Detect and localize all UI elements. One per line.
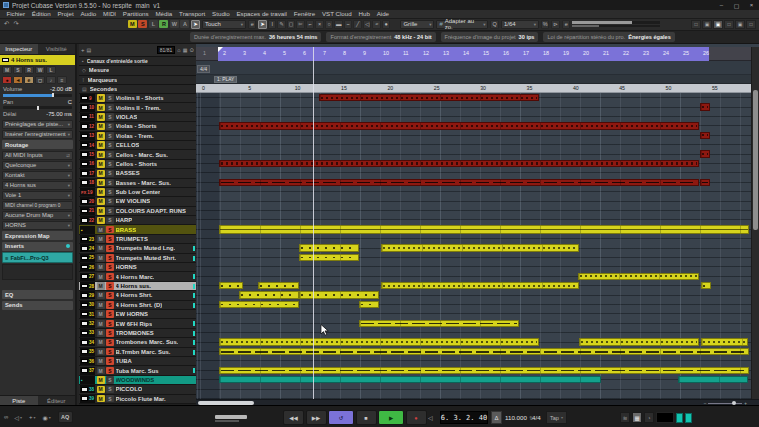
state-button-a[interactable]: A: [180, 20, 189, 28]
mute-button[interactable]: M: [97, 104, 105, 112]
signature-display[interactable]: 4/4: [532, 411, 541, 424]
metronome-button[interactable]: Δ: [491, 411, 502, 424]
midi-part[interactable]: [219, 338, 539, 345]
track-row[interactable]: 17MSBASSES: [79, 169, 196, 178]
mute-button[interactable]: M: [97, 132, 105, 140]
track-row[interactable]: 20MSEW VIOLINS: [79, 197, 196, 206]
menu-item--dition[interactable]: Édition: [28, 10, 54, 17]
track-row[interactable]: 33MSTROMBONES: [79, 329, 196, 338]
close-button[interactable]: ×: [744, 2, 759, 8]
info-segment-0[interactable]: Durée d'enregistrement max.36 heures 54 …: [190, 32, 321, 42]
voice-dropdown[interactable]: Voie 1 ▾: [2, 191, 73, 200]
bar-ruler[interactable]: 1234567891011121314151617181920212223242…: [196, 47, 759, 61]
menu-item-partitions[interactable]: Partitions: [119, 10, 152, 17]
channel-button-m[interactable]: M: [2, 66, 12, 74]
midi-channel-any-dropdown[interactable]: Quelconque ▾: [2, 161, 73, 170]
marker-event[interactable]: 1: PLAY: [214, 76, 237, 83]
instrument-dropdown[interactable]: Kontakt ▾: [2, 171, 73, 180]
midi-part[interactable]: [700, 103, 710, 110]
signature-lane[interactable]: 4/4: [196, 61, 759, 75]
drum-map-dropdown[interactable]: Aucune Drum Map ▾: [2, 211, 73, 220]
mute-button[interactable]: M: [97, 386, 105, 394]
record-enable-button[interactable]: ●: [2, 76, 12, 84]
midi-part[interactable]: [700, 179, 710, 186]
track-row[interactable]: 38MSPICCOLO: [79, 385, 196, 394]
midi-part[interactable]: [219, 301, 299, 308]
maximize-button[interactable]: ▢: [729, 2, 744, 9]
track-row[interactable]: 22MSHARP: [79, 216, 196, 225]
special-row-marqueurs[interactable]: ⊺Marqueurs: [79, 76, 196, 85]
solo-button[interactable]: S: [106, 123, 114, 131]
mute-button[interactable]: M: [97, 141, 105, 149]
info-segment-3[interactable]: Loi de répartition stéréo du pro.Énergie…: [543, 32, 674, 42]
insert-slot-empty[interactable]: [2, 264, 73, 280]
mute-button[interactable]: M: [97, 123, 105, 131]
mute-button[interactable]: M: [97, 113, 105, 121]
menu-item-m-dia[interactable]: Média: [152, 10, 176, 17]
midi-part[interactable]: [700, 132, 710, 139]
project-cursor[interactable]: [313, 47, 314, 399]
redo-icon[interactable]: ↷: [12, 20, 19, 28]
mute-button[interactable]: M: [97, 357, 105, 365]
solo-button[interactable]: S: [106, 376, 114, 384]
menu-item-hub[interactable]: Hub: [355, 10, 373, 17]
state-button-w[interactable]: W: [170, 20, 179, 28]
mute-button[interactable]: M: [97, 179, 105, 187]
volume-slider[interactable]: [3, 94, 72, 97]
track-row[interactable]: 15MSCellos - Marc. Sus.: [79, 150, 196, 159]
mute-button[interactable]: M: [97, 94, 105, 102]
midi-part[interactable]: [381, 244, 579, 251]
channel-button-l[interactable]: L: [46, 66, 56, 74]
state-button-m[interactable]: M: [128, 20, 137, 28]
mute-button[interactable]: M: [97, 188, 105, 196]
line-tool[interactable]: ╱: [353, 20, 362, 29]
solo-button[interactable]: S: [106, 301, 114, 309]
zone-toggle-button-1[interactable]: ▣: [702, 20, 712, 29]
midi-part[interactable]: [381, 282, 579, 289]
track-row[interactable]: FX19MSSub Low Center: [79, 188, 196, 197]
solo-button[interactable]: S: [106, 179, 114, 187]
solo-button[interactable]: S: [106, 367, 114, 375]
track-row[interactable]: 18MSBasses - Marc. Sus.: [79, 179, 196, 188]
selected-track-title[interactable]: 4 Horns sus.: [0, 55, 75, 65]
solo-button[interactable]: S: [106, 245, 114, 253]
midi-part[interactable]: [578, 273, 699, 280]
play-button[interactable]: ▶: [378, 410, 404, 425]
zoom-tool[interactable]: ○: [325, 20, 334, 29]
program-dropdown[interactable]: MIDI channel 0 program 0: [2, 201, 73, 210]
horizontal-zoom-slider[interactable]: – +: [704, 401, 747, 406]
tab-editeur[interactable]: Éditeur: [38, 396, 76, 405]
track-row[interactable]: 26MSHORNS: [79, 263, 196, 272]
mute-button[interactable]: M: [97, 235, 105, 243]
channel-button-w[interactable]: W: [35, 66, 45, 74]
expression-map-section-header[interactable]: Expression Map: [2, 231, 73, 240]
special-row-mesure[interactable]: ◇Mesure: [79, 66, 196, 75]
mute-button[interactable]: M: [97, 254, 105, 262]
midi-part[interactable]: [678, 376, 748, 383]
mute-button[interactable]: M: [97, 301, 105, 309]
midi-part[interactable]: [359, 320, 519, 327]
menu-item-vst-cloud[interactable]: VST Cloud: [319, 10, 356, 17]
tab-inspecteur[interactable]: Inspecteur: [0, 44, 38, 54]
midi-part[interactable]: [219, 225, 749, 234]
aq-button[interactable]: AQ: [58, 411, 73, 423]
snap-mode-dropdown[interactable]: # Adapter au zo. ▾: [436, 20, 488, 29]
track-row[interactable]: 29MS4 Horns Shrt.: [79, 291, 196, 300]
track-row[interactable]: 23MSTRUMPETS: [79, 235, 196, 244]
midi-part[interactable]: [219, 122, 699, 129]
menu-item-aide[interactable]: Aide: [373, 10, 392, 17]
monitor-button[interactable]: ◄: [13, 76, 23, 84]
track-row[interactable]: 9MSViolins II - Shorts: [79, 94, 196, 103]
delay-value[interactable]: -75.00 ms: [46, 111, 72, 117]
track-type-icon[interactable]: ▤: [87, 47, 92, 53]
pan-slider[interactable]: [3, 106, 72, 109]
solo-button[interactable]: S: [106, 386, 114, 394]
mute-button[interactable]: M: [97, 310, 105, 318]
track-row[interactable]: 32MSEW 6FH Rips: [79, 319, 196, 328]
track-row[interactable]: 16MSCellos - Shorts: [79, 160, 196, 169]
menu-item-transport[interactable]: Transport: [176, 10, 209, 17]
undo-icon[interactable]: ↶: [3, 20, 10, 28]
mute-button[interactable]: M: [97, 376, 105, 384]
tab-visibilite[interactable]: Visibilité: [38, 44, 76, 54]
state-button-s[interactable]: S: [138, 20, 147, 28]
